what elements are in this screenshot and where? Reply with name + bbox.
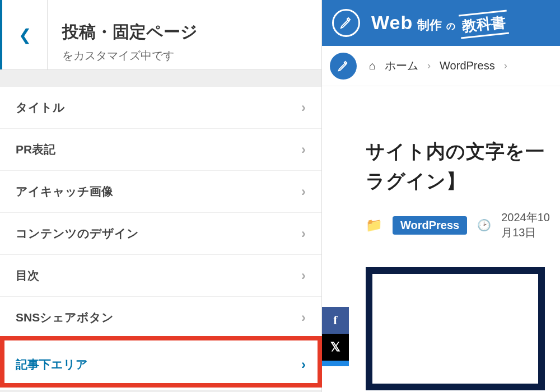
pencil-icon [330,53,357,80]
facebook-icon: f [333,313,337,328]
article-eyecatch [366,267,545,390]
chevron-right-icon: › [301,142,306,157]
share-x-button[interactable]: 𝕏 [322,334,349,361]
breadcrumb: ⌂ ホーム › WordPress › [322,46,560,86]
preview-pane: Web 制作 の 教科書 ⌂ ホーム › WordPress › サイト内の文字… [322,0,560,392]
chevron-right-icon: › [301,310,306,325]
logo-part-kyoukasho: 教科書 [459,12,509,37]
menu-item-label: 記事下エリア [16,357,88,372]
share-facebook-button[interactable]: f [322,307,349,334]
breadcrumb-category[interactable]: WordPress [440,59,495,72]
pencil-icon [332,9,360,37]
chevron-right-icon: › [301,357,306,372]
logo-part-web: Web [371,12,413,34]
menu-item-label: 目次 [16,268,39,283]
article-title: サイト内の文字を一 ラグイン】 [366,137,560,195]
article-title-line: サイト内の文字を一 [366,141,545,162]
chevron-right-icon: › [301,226,306,241]
clock-icon: 🕑 [477,218,491,232]
menu-item-label: タイトル [16,100,65,115]
category-tag[interactable]: WordPress [393,216,467,235]
chevron-right-icon: › [504,60,507,72]
article-meta: 📁 WordPress 🕑 2024年10月13日 [322,195,560,240]
menu-item-toc[interactable]: 目次 › [0,255,321,297]
chevron-right-icon: › [427,60,431,72]
chevron-right-icon: › [301,268,306,283]
menu-item-label: SNSシェアボタン [16,310,114,325]
logo-part-seisaku: 制作 [417,17,442,34]
chevron-right-icon: › [301,100,306,115]
customizer-panel: ❮ 投稿・固定ページ をカスタマイズ中です タイトル › PR表記 › アイキャ… [0,0,322,392]
site-logo-text[interactable]: Web 制作 の 教科書 [371,12,508,34]
menu-item-label: コンテンツのデザイン [16,226,139,241]
article-date: 2024年10月13日 [501,210,560,240]
x-icon: 𝕏 [330,340,340,354]
customizer-menu: タイトル › PR表記 › アイキャッチ画像 › コンテンツのデザイン › 目次… [0,87,321,390]
breadcrumb-items: ⌂ ホーム › WordPress › [369,58,507,73]
customizer-title: 投稿・固定ページ [62,21,198,43]
share-more-button[interactable] [322,361,349,366]
article-header: サイト内の文字を一 ラグイン】 [322,86,560,195]
menu-item-below-article[interactable]: 記事下エリア › [0,339,321,390]
menu-item-sns-share[interactable]: SNSシェアボタン › [0,297,321,339]
site-header: Web 制作 の 教科書 [322,0,560,46]
menu-item-content-design[interactable]: コンテンツのデザイン › [0,213,321,255]
menu-item-label: PR表記 [16,142,55,157]
menu-item-pr[interactable]: PR表記 › [0,129,321,171]
folder-icon: 📁 [366,217,382,233]
share-buttons: f 𝕏 [322,307,349,366]
logo-part-no: の [446,21,455,32]
home-icon: ⌂ [369,59,376,72]
back-button[interactable]: ❮ [0,0,48,69]
article-title-line: ラグイン】 [366,170,466,192]
customizer-subtitle: をカスタマイズ中です [62,48,198,63]
divider [0,70,321,87]
customizer-title-block: 投稿・固定ページ をカスタマイズ中です [48,0,212,69]
menu-item-title[interactable]: タイトル › [0,87,321,129]
menu-item-label: アイキャッチ画像 [16,184,113,199]
customizer-header: ❮ 投稿・固定ページ をカスタマイズ中です [0,0,321,70]
chevron-right-icon: › [301,184,306,199]
breadcrumb-home[interactable]: ホーム [385,58,418,73]
menu-item-eyecatch[interactable]: アイキャッチ画像 › [0,171,321,213]
chevron-left-icon: ❮ [18,26,31,44]
